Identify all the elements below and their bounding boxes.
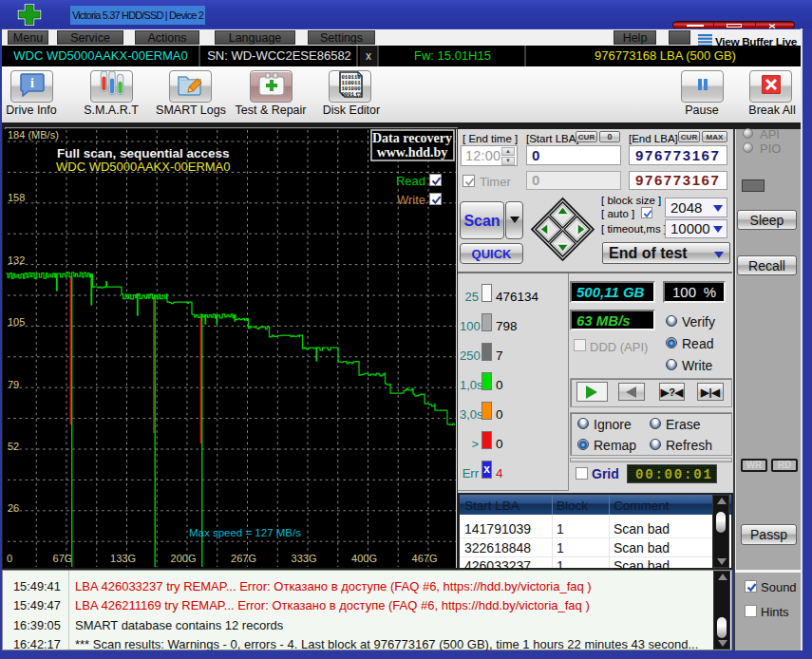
svg-text:133G: 133G — [110, 553, 136, 564]
svg-text:i: i — [30, 76, 34, 90]
svg-text:www.hdd.by: www.hdd.by — [377, 145, 448, 160]
svg-text:Data recovery: Data recovery — [372, 131, 452, 145]
svg-text:467G: 467G — [412, 553, 438, 564]
svg-text:200G: 200G — [171, 553, 197, 564]
svg-text:333G: 333G — [292, 553, 317, 564]
svg-text:184 (MB/s): 184 (MB/s) — [8, 129, 59, 141]
svg-text:52: 52 — [8, 441, 19, 452]
svg-text:132: 132 — [8, 254, 25, 266]
svg-text:0001: 0001 — [341, 91, 354, 98]
svg-text:79: 79 — [8, 379, 19, 390]
svg-text:105: 105 — [8, 316, 25, 328]
svg-text:0: 0 — [7, 553, 12, 564]
svg-text:267G: 267G — [231, 553, 256, 564]
svg-text:Read: Read — [396, 174, 425, 188]
svg-text:WDC WD5000AAKX-00ERMA0: WDC WD5000AAKX-00ERMA0 — [56, 160, 231, 174]
svg-text:26: 26 — [8, 502, 19, 514]
svg-text:Max speed = 127 MB/s: Max speed = 127 MB/s — [189, 527, 301, 538]
svg-text:67G: 67G — [53, 553, 73, 564]
svg-text:Full scan, sequential access: Full scan, sequential access — [57, 146, 230, 160]
svg-text:158: 158 — [8, 192, 25, 203]
svg-text:Write: Write — [397, 193, 425, 207]
svg-text:400G: 400G — [351, 553, 377, 564]
